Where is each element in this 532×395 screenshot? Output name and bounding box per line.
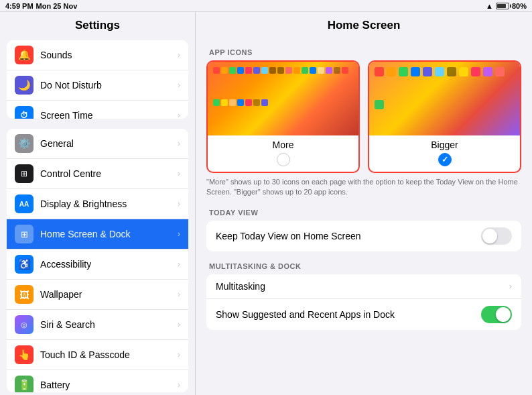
bigger-option-card[interactable]: Bigger bbox=[368, 60, 521, 173]
bigger-label-row: Bigger bbox=[369, 135, 520, 172]
general-chevron: › bbox=[178, 139, 180, 148]
show-suggested-apps-toggle[interactable] bbox=[481, 306, 512, 323]
screentime-label: Screen Time bbox=[40, 110, 93, 119]
more-ipad-mock bbox=[208, 62, 358, 135]
sidebar-group-2: ⚙️ General › ⊞ Control Centre › AA Displ… bbox=[7, 129, 188, 392]
wallpaper-icon: 🖼 bbox=[15, 285, 34, 304]
sidebar-item-displaybrightness[interactable]: AA Display & Brightness › bbox=[7, 189, 188, 219]
show-suggested-apps-row[interactable]: Show Suggested and Recent Apps in Dock bbox=[206, 299, 521, 330]
bigger-label: Bigger bbox=[431, 139, 458, 150]
screentime-chevron: › bbox=[178, 111, 180, 119]
general-label: General bbox=[40, 138, 74, 149]
content-area: Home Screen APP ICONS bbox=[196, 12, 532, 395]
more-preview bbox=[208, 62, 358, 135]
sidebar-item-wallpaper[interactable]: 🖼 Wallpaper › bbox=[7, 280, 188, 310]
more-option-card[interactable]: More bbox=[206, 60, 360, 173]
sounds-chevron: › bbox=[178, 50, 180, 60]
sidebar-item-battery[interactable]: 🔋 Battery › bbox=[7, 370, 188, 392]
today-view-group: Keep Today View on Home Screen bbox=[206, 221, 521, 251]
sidebar: Settings 🔔 Sounds › 🌙 Do Not Disturb › ⏱… bbox=[0, 12, 196, 395]
general-icon: ⚙️ bbox=[15, 134, 34, 153]
homescreendock-icon: ⊞ bbox=[15, 225, 34, 243]
toggle-knob bbox=[482, 229, 497, 243]
displaybrightness-icon: AA bbox=[15, 194, 34, 213]
today-view-section-title: TODAY VIEW bbox=[209, 209, 521, 217]
app-layout: Settings 🔔 Sounds › 🌙 Do Not Disturb › ⏱… bbox=[0, 12, 532, 395]
sidebar-item-sounds[interactable]: 🔔 Sounds › bbox=[7, 40, 188, 70]
status-left: 4:59 PM Mon 25 Nov bbox=[5, 2, 77, 10]
touchid-label: Touch ID & Passcode bbox=[40, 349, 130, 360]
sirisearch-label: Siri & Search bbox=[40, 319, 95, 330]
keep-today-view-toggle[interactable] bbox=[481, 227, 512, 245]
show-suggested-apps-label: Show Suggested and Recent Apps in Dock bbox=[216, 309, 481, 320]
wallpaper-chevron: › bbox=[178, 290, 180, 299]
sidebar-item-homescreendock[interactable]: ⊞ Home Screen & Dock › bbox=[7, 219, 188, 249]
wifi-icon: ▲ bbox=[486, 2, 493, 10]
more-label-row: More bbox=[208, 135, 358, 172]
sidebar-group-1: 🔔 Sounds › 🌙 Do Not Disturb › ⏱ Screen T… bbox=[7, 40, 188, 119]
homescreendock-chevron: › bbox=[178, 229, 180, 239]
donotdisturb-chevron: › bbox=[178, 80, 180, 90]
donotdisturb-icon: 🌙 bbox=[15, 76, 34, 95]
controlcentre-label: Control Centre bbox=[40, 168, 101, 179]
sidebar-item-touchid[interactable]: 👆 Touch ID & Passcode › bbox=[7, 340, 188, 370]
sidebar-item-donotdisturb[interactable]: 🌙 Do Not Disturb › bbox=[7, 70, 188, 101]
sounds-icon: 🔔 bbox=[15, 46, 34, 64]
app-icons-description: "More" shows up to 30 icons on each page… bbox=[206, 177, 521, 198]
sirisearch-chevron: › bbox=[178, 320, 180, 329]
accessibility-label: Accessibility bbox=[40, 259, 91, 270]
sidebar-item-sirisearch[interactable]: ◎ Siri & Search › bbox=[7, 310, 188, 340]
sidebar-title: Settings bbox=[0, 12, 195, 38]
multitasking-label: Multitasking bbox=[216, 281, 504, 292]
accessibility-icon: ♿ bbox=[15, 255, 34, 274]
keep-today-view-row[interactable]: Keep Today View on Home Screen bbox=[206, 221, 521, 251]
keep-today-view-label: Keep Today View on Home Screen bbox=[216, 231, 481, 241]
bigger-preview bbox=[369, 62, 520, 135]
sidebar-item-accessibility[interactable]: ♿ Accessibility › bbox=[7, 249, 188, 280]
battery-indicator bbox=[496, 3, 509, 9]
multitasking-section-title: MULTITASKING & DOCK bbox=[209, 262, 521, 270]
icon-options-container: More bbox=[206, 60, 521, 173]
time: 4:59 PM bbox=[5, 2, 34, 10]
controlcentre-chevron: › bbox=[178, 169, 180, 178]
multitasking-row[interactable]: Multitasking › bbox=[206, 274, 521, 299]
displaybrightness-label: Display & Brightness bbox=[40, 199, 127, 209]
more-radio[interactable] bbox=[277, 153, 290, 166]
status-right: ▲ 80% bbox=[486, 2, 527, 10]
sidebar-item-controlcentre[interactable]: ⊞ Control Centre › bbox=[7, 159, 188, 189]
sounds-label: Sounds bbox=[40, 50, 72, 60]
touchid-icon: 👆 bbox=[15, 345, 34, 364]
battery-label: Battery bbox=[40, 380, 70, 390]
app-icons-section-title: APP ICONS bbox=[209, 48, 521, 56]
sidebar-item-screentime[interactable]: ⏱ Screen Time › bbox=[7, 101, 188, 119]
status-bar: 4:59 PM Mon 25 Nov ▲ 80% bbox=[0, 0, 532, 12]
battery-percent: 80% bbox=[512, 2, 527, 10]
bigger-radio[interactable] bbox=[438, 153, 452, 166]
touchid-chevron: › bbox=[178, 350, 180, 359]
donotdisturb-label: Do Not Disturb bbox=[40, 80, 102, 91]
screentime-icon: ⏱ bbox=[15, 106, 34, 119]
controlcentre-icon: ⊞ bbox=[15, 164, 34, 183]
wallpaper-label: Wallpaper bbox=[40, 289, 82, 300]
sidebar-item-general[interactable]: ⚙️ General › bbox=[7, 129, 188, 159]
date: Mon 25 Nov bbox=[36, 2, 78, 10]
multitasking-group: Multitasking › Show Suggested and Recent… bbox=[206, 274, 521, 330]
toggle-knob-2 bbox=[496, 307, 511, 322]
more-label: More bbox=[273, 139, 294, 150]
displaybrightness-chevron: › bbox=[178, 199, 180, 209]
sirisearch-icon: ◎ bbox=[15, 315, 34, 334]
battery-icon: 🔋 bbox=[15, 376, 34, 392]
multitasking-chevron-icon: › bbox=[509, 281, 512, 291]
bigger-ipad-mock bbox=[369, 62, 520, 135]
content-title: Home Screen bbox=[196, 12, 532, 38]
battery-chevron: › bbox=[178, 380, 180, 390]
content-body: APP ICONS bbox=[196, 48, 532, 341]
homescreendock-label: Home Screen & Dock bbox=[40, 229, 131, 239]
accessibility-chevron: › bbox=[178, 260, 180, 269]
